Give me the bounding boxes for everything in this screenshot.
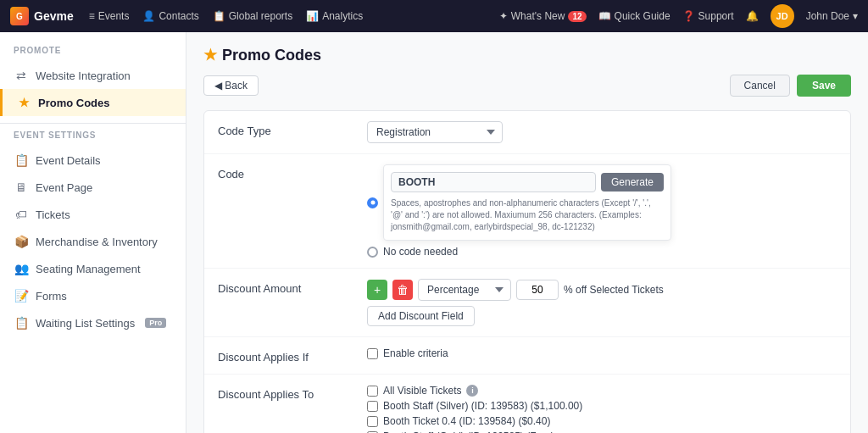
events-label: Events — [98, 10, 130, 22]
forms-icon: 📝 — [14, 289, 29, 303]
app-shell: PROMOTE ⇄ Website Integration ★ Promo Co… — [0, 32, 868, 433]
waiting-list-label: Waiting List Settings — [36, 317, 135, 330]
add-discount-icon-btn[interactable]: + — [367, 280, 387, 300]
support[interactable]: ❓ Support — [682, 10, 734, 22]
code-field: Generate Spaces, apostrophes and non-alp… — [367, 164, 837, 258]
quick-guide-icon: 📖 — [598, 10, 611, 22]
sidebar-item-event-page[interactable]: 🖥 Event Page — [0, 174, 186, 201]
logo[interactable]: G Gevme — [10, 7, 74, 25]
enable-criteria: Enable criteria — [367, 347, 837, 359]
page-title: ★ Promo Codes — [203, 46, 321, 64]
nav-contacts[interactable]: 👤 Contacts — [142, 10, 198, 22]
code-label: Code — [218, 164, 353, 180]
action-buttons: Cancel Save — [730, 75, 851, 97]
quick-guide[interactable]: 📖 Quick Guide — [598, 10, 670, 22]
cancel-button[interactable]: Cancel — [730, 75, 790, 97]
discount-value-input[interactable] — [516, 280, 559, 300]
merchandise-label: Merchandise & Inventory — [36, 236, 158, 248]
contacts-icon: 👤 — [142, 10, 155, 22]
info-icon[interactable]: i — [466, 385, 478, 397]
generate-button[interactable]: Generate — [601, 173, 664, 192]
save-button[interactable]: Save — [797, 75, 851, 97]
all-visible-checkbox[interactable] — [367, 386, 378, 397]
discount-row: + 🗑 Percentage Fixed % off Selected Tick… — [367, 279, 837, 301]
sidebar-item-tickets[interactable]: 🏷 Tickets — [0, 201, 186, 228]
event-details-label: Event Details — [36, 154, 101, 167]
promo-codes-icon: ★ — [16, 96, 31, 109]
back-button[interactable]: ◀ Back — [203, 75, 259, 96]
discount-amount-label: Discount Amount — [218, 279, 353, 295]
no-code-row: No code needed — [367, 246, 837, 258]
reports-label: Global reports — [229, 10, 292, 22]
notifications[interactable]: 🔔 — [746, 10, 759, 22]
form-card: Code Type Registration Booth Ticket Code — [203, 110, 851, 433]
merchandise-icon: 📦 — [14, 235, 29, 248]
discount-applies-to-label: Discount Applies To — [218, 385, 353, 401]
username-label: John Doe — [806, 10, 849, 22]
code-type-select[interactable]: Registration Booth Ticket — [367, 121, 503, 143]
code-input-field-row: Generate — [391, 172, 664, 192]
add-discount-field-button[interactable]: Add Discount Field — [367, 306, 475, 326]
code-hint: Spaces, apostrophes and non-alphanumeric… — [391, 197, 664, 233]
event-settings-title: EVENT SETTINGS — [0, 130, 186, 147]
booth-ticket-04-checkbox[interactable] — [367, 416, 378, 427]
sidebar-item-seating[interactable]: 👥 Seating Management — [0, 255, 186, 282]
code-text-input[interactable] — [391, 172, 596, 192]
chevron-down-icon: ▾ — [853, 10, 858, 22]
code-type-label: Code Type — [218, 121, 353, 137]
list-item: All Visible Tickets i — [367, 385, 837, 397]
logo-icon: G — [10, 7, 29, 25]
tickets-icon: 🏷 — [14, 208, 29, 221]
support-label: Support — [698, 10, 734, 22]
discount-applies-to-field: All Visible Tickets i Booth Staff (Silve… — [367, 385, 837, 433]
tickets-label: Tickets — [36, 208, 70, 221]
enable-criteria-checkbox[interactable] — [367, 348, 378, 359]
discount-applies-if-label: Discount Applies If — [218, 347, 353, 364]
enable-criteria-label: Enable criteria — [383, 347, 448, 359]
analytics-label: Analytics — [322, 10, 363, 22]
reports-icon: 📋 — [213, 10, 225, 22]
sidebar-item-waiting-list[interactable]: 📋 Waiting List Settings Pro — [0, 309, 186, 336]
code-dropdown: Generate Spaces, apostrophes and non-alp… — [383, 164, 671, 241]
website-integration-icon: ⇄ — [14, 69, 29, 82]
discount-type-select[interactable]: Percentage Fixed — [418, 279, 511, 301]
sidebar-item-promo-codes[interactable]: ★ Promo Codes — [0, 89, 186, 116]
content-area: ★ Promo Codes ◀ Back Cancel Save Code Ty… — [186, 32, 868, 433]
logo-text: Gevme — [34, 9, 74, 23]
list-item: Booth Ticket 0.4 (ID: 139584) ($0.40) — [367, 415, 837, 427]
seating-label: Seating Management — [36, 263, 141, 275]
sidebar-item-forms[interactable]: 📝 Forms — [0, 282, 186, 309]
nav-events[interactable]: ≡ Events — [89, 10, 130, 22]
website-integration-label: Website Integration — [36, 69, 131, 82]
user-name[interactable]: John Doe ▾ — [806, 10, 858, 22]
promote-section-title: PROMOTE — [0, 46, 186, 62]
forms-label: Forms — [36, 290, 67, 303]
support-icon: ❓ — [682, 10, 695, 22]
sidebar: PROMOTE ⇄ Website Integration ★ Promo Co… — [0, 32, 186, 433]
no-code-radio[interactable] — [367, 247, 378, 258]
nav-analytics[interactable]: 📊 Analytics — [306, 10, 363, 22]
whats-new-label: What's New — [511, 10, 565, 22]
whats-new-badge: 12 — [568, 11, 586, 22]
sidebar-item-event-details[interactable]: 📋 Event Details — [0, 147, 186, 174]
list-item: Booth Staff (Silver) (ID: 139583) ($1,10… — [367, 400, 837, 412]
discount-applies-to-checkboxes: All Visible Tickets i Booth Staff (Silve… — [367, 385, 837, 433]
whats-new-icon: ✦ — [499, 10, 508, 22]
avatar[interactable]: JD — [771, 4, 794, 28]
divider — [0, 123, 186, 124]
remove-discount-icon-btn[interactable]: 🗑 — [392, 280, 413, 300]
discount-suffix: % off Selected Tickets — [564, 284, 664, 296]
code-input-row: Generate Spaces, apostrophes and non-alp… — [367, 164, 837, 241]
whats-new[interactable]: ✦ What's New 12 — [499, 10, 587, 22]
no-code-label: No code needed — [383, 246, 458, 258]
code-radio-selected[interactable] — [367, 197, 378, 208]
sidebar-item-website-integration[interactable]: ⇄ Website Integration — [0, 62, 186, 89]
booth-staff-silver-checkbox[interactable] — [367, 401, 378, 412]
sidebar-item-merchandise[interactable]: 📦 Merchandise & Inventory — [0, 228, 186, 255]
nav-global-reports[interactable]: 📋 Global reports — [213, 10, 292, 22]
top-nav: G Gevme ≡ Events 👤 Contacts 📋 Global rep… — [0, 0, 868, 32]
analytics-icon: 📊 — [306, 10, 319, 22]
event-page-icon: 🖥 — [14, 180, 29, 194]
events-icon: ≡ — [89, 10, 95, 22]
page-title-text: Promo Codes — [222, 47, 321, 64]
